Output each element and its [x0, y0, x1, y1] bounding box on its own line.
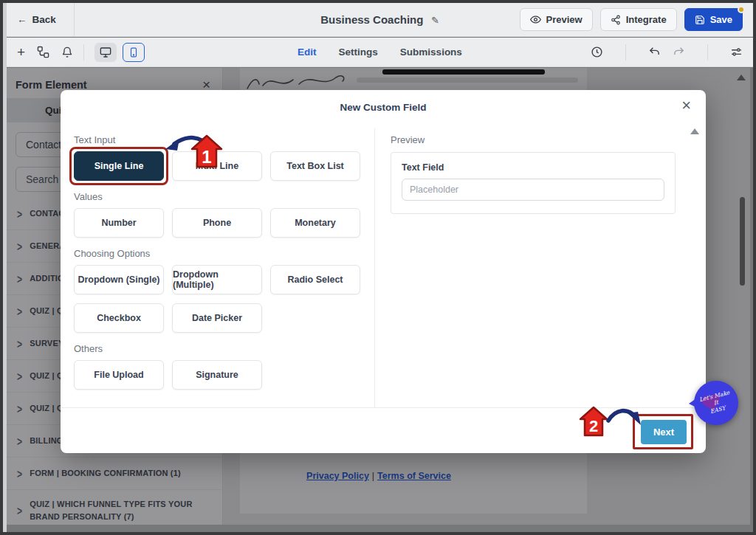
header-bar: ← Back Business Coaching ✎ Preview Integ…	[7, 3, 753, 37]
lets-make-it-easy-badge[interactable]: Let's Make It EASY	[694, 381, 738, 425]
back-arrow-icon: ←	[17, 14, 27, 25]
field-type-monetary[interactable]: Monetary	[270, 208, 360, 238]
field-type-radio-select[interactable]: Radio Select	[270, 265, 360, 294]
eye-icon	[530, 14, 541, 25]
field-type-single-line[interactable]: Single Line	[74, 151, 164, 181]
tab-edit[interactable]: Edit	[298, 46, 317, 58]
next-button-highlight: Next	[641, 420, 687, 444]
desktop-view-button[interactable]	[94, 43, 117, 62]
history-icon[interactable]	[591, 46, 603, 58]
add-element-button[interactable]: +	[17, 45, 25, 59]
field-type-dropdown-multiple[interactable]: Dropdown (Multiple)	[172, 265, 262, 294]
field-type-checkbox[interactable]: Checkbox	[74, 303, 164, 333]
modal-close-icon[interactable]: ×	[681, 97, 691, 114]
preview-text-input[interactable]	[402, 179, 664, 201]
preview-field-label: Text Field	[402, 162, 664, 173]
share-icon	[611, 15, 621, 25]
field-type-file-upload[interactable]: File Upload	[74, 360, 164, 390]
save-label: Save	[710, 14, 732, 25]
field-type-dropdown-single[interactable]: Dropdown (Single)	[74, 265, 164, 294]
toolbar-divider	[83, 44, 84, 61]
save-icon	[695, 15, 705, 25]
modal-title: New Custom Field	[61, 102, 706, 113]
section-label-text-input: Text Input	[74, 134, 374, 145]
mobile-view-button[interactable]	[123, 43, 145, 62]
section-label-values: Values	[74, 191, 374, 202]
modal-scroll-up-arrow	[690, 128, 699, 134]
tab-settings[interactable]: Settings	[339, 46, 378, 58]
workflow-icon[interactable]	[37, 46, 49, 58]
preview-heading: Preview	[391, 134, 676, 145]
unsaved-indicator-dot	[738, 6, 745, 13]
field-type-date-picker[interactable]: Date Picker	[172, 303, 262, 333]
bell-icon[interactable]	[61, 46, 73, 58]
modal-column-divider	[374, 128, 375, 407]
field-preview-panel: Preview Text Field	[391, 134, 676, 214]
back-button[interactable]: ← Back	[17, 3, 75, 36]
redo-icon[interactable]	[673, 46, 685, 58]
page-title: Business Coaching	[320, 13, 423, 26]
section-label-others: Others	[74, 343, 374, 354]
integrate-button[interactable]: Integrate	[600, 8, 677, 31]
undo-icon[interactable]	[648, 46, 661, 58]
app-window: ← Back Business Coaching ✎ Preview Integ…	[0, 0, 756, 535]
page-scrollbar-thumb[interactable]	[740, 197, 745, 286]
save-button[interactable]: Save	[684, 8, 743, 31]
new-custom-field-modal: New Custom Field × Text Input Single Lin…	[61, 90, 706, 453]
field-type-picker: Text Input Single Line Multi Line Text B…	[74, 134, 374, 390]
preview-label: Preview	[546, 14, 583, 25]
section-label-choosing-options: Choosing Options	[74, 248, 374, 259]
field-type-phone[interactable]: Phone	[172, 208, 262, 238]
edit-title-icon[interactable]: ✎	[431, 15, 439, 26]
preview-button[interactable]: Preview	[520, 8, 593, 31]
toolbar-divider	[707, 44, 708, 61]
page-scroll-up-arrow[interactable]	[737, 75, 746, 80]
editor-toolbar: + Edit Settings Submissions	[7, 38, 753, 67]
field-type-text-box-list[interactable]: Text Box List	[270, 151, 360, 181]
field-type-signature[interactable]: Signature	[172, 360, 262, 390]
field-type-number[interactable]: Number	[74, 208, 164, 238]
tab-submissions[interactable]: Submissions	[400, 46, 462, 58]
preview-card: Text Field	[391, 152, 676, 214]
field-type-multi-line[interactable]: Multi Line	[172, 151, 262, 181]
sliders-icon[interactable]	[730, 46, 743, 58]
modal-footer-divider	[61, 407, 706, 408]
integrate-label: Integrate	[626, 14, 667, 25]
toolbar-divider	[625, 44, 626, 61]
back-label: Back	[32, 14, 56, 25]
next-button[interactable]: Next	[641, 420, 687, 444]
